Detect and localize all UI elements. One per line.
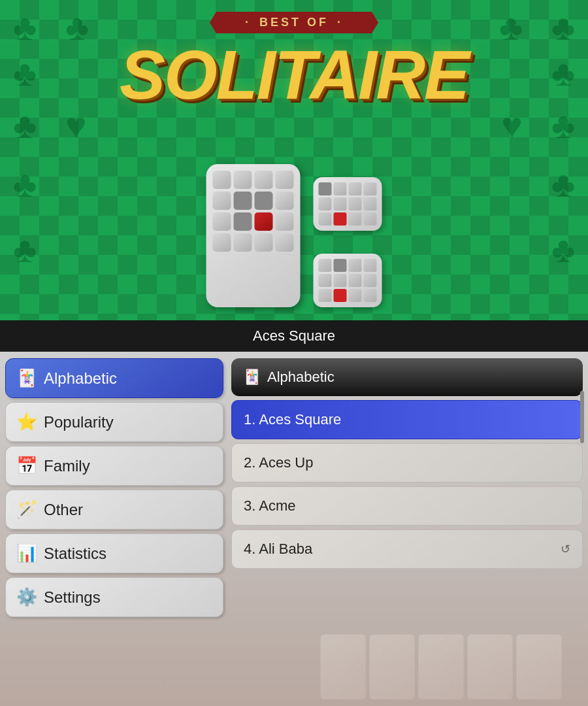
club-icon-lr: ♣	[551, 105, 575, 146]
game-item-3[interactable]: 3. Acme	[231, 486, 583, 526]
sidebar-item-other[interactable]: 🪄 Other	[5, 490, 223, 530]
family-label: Family	[44, 457, 90, 475]
game-name-bar: Aces Square	[0, 320, 588, 352]
club-icon-tr: ♣	[551, 7, 575, 48]
current-game-name: Aces Square	[253, 328, 335, 345]
sidebar: 🃏 Alphabetic ⭐ Popularity 📅 Family 🪄 Oth…	[0, 352, 229, 706]
game-item-1-label: 1. Aces Square	[244, 411, 341, 428]
statistics-label: Statistics	[44, 545, 106, 563]
category-label: Alphabetic	[267, 369, 335, 386]
settings-icon: ⚙️	[16, 587, 37, 607]
sidebar-item-family[interactable]: 📅 Family	[5, 446, 223, 486]
category-icon: 🃏	[243, 369, 261, 386]
alphabetic-icon: 🃏	[16, 368, 37, 388]
club-icon-br: ♣	[551, 163, 575, 205]
other-icon: 🪄	[16, 499, 37, 520]
game-item-3-label: 3. Acme	[244, 497, 295, 514]
game-title: SOLITAIRE	[120, 36, 468, 114]
club-icon-tl: ♣	[13, 7, 37, 48]
other-label: Other	[44, 501, 83, 519]
heart-icon-l: ♥	[65, 105, 87, 146]
sidebar-item-popularity[interactable]: ⭐ Popularity	[5, 402, 223, 442]
scrollbar[interactable]	[580, 391, 584, 443]
game-item-2-label: 2. Aces Up	[244, 454, 313, 471]
category-header: 🃏 Alphabetic	[231, 358, 583, 396]
sidebar-item-alphabetic[interactable]: 🃏 Alphabetic	[5, 358, 223, 398]
statistics-icon: 📊	[16, 543, 37, 563]
heart-icon-r: ♥	[501, 105, 523, 146]
game-item-4[interactable]: 4. Ali Baba ↺	[231, 530, 583, 569]
card-display	[206, 164, 382, 307]
sidebar-item-statistics[interactable]: 📊 Statistics	[5, 533, 223, 573]
club-icon-t2: ♣	[65, 7, 89, 48]
game-banner: ♣ ♣ ♣ ♣ ♣ ♣ ♣ ♣ ♣ ♣ ♣ ♣ ♥ ♥ BEST OF SOLI…	[0, 0, 588, 320]
content-panel: 🃏 Alphabetic 1. Aces Square 2. Aces Up 3…	[229, 352, 588, 706]
ribbon-banner: BEST OF	[210, 12, 378, 33]
club-icon-bl: ♣	[13, 163, 37, 205]
settings-label: Settings	[44, 588, 101, 607]
bottom-section: 🃏 Alphabetic ⭐ Popularity 📅 Family 🪄 Oth…	[0, 352, 588, 706]
sidebar-item-settings[interactable]: ⚙️ Settings	[5, 577, 223, 617]
club-icon-bbr: ♣	[551, 229, 575, 271]
popularity-icon: ⭐	[16, 412, 37, 432]
family-icon: 📅	[16, 456, 37, 476]
club-icon-ml: ♣	[13, 52, 37, 94]
club-icon-t3: ♣	[499, 7, 523, 48]
club-icon-bbl: ♣	[13, 229, 37, 271]
secondary-card-grid	[314, 177, 382, 231]
tertiary-card-grid	[314, 254, 382, 307]
alphabetic-label: Alphabetic	[44, 369, 117, 388]
main-card-grid	[206, 164, 301, 307]
popularity-label: Popularity	[44, 413, 114, 431]
club-icon-mr: ♣	[551, 52, 575, 94]
game-item-1[interactable]: 1. Aces Square	[231, 400, 583, 439]
club-icon-ll: ♣	[13, 105, 37, 146]
game-item-4-label: 4. Ali Baba	[244, 541, 312, 558]
ribbon-text: BEST OF	[259, 16, 329, 29]
game-item-2[interactable]: 2. Aces Up	[231, 443, 583, 482]
refresh-icon: ↺	[561, 542, 570, 556]
